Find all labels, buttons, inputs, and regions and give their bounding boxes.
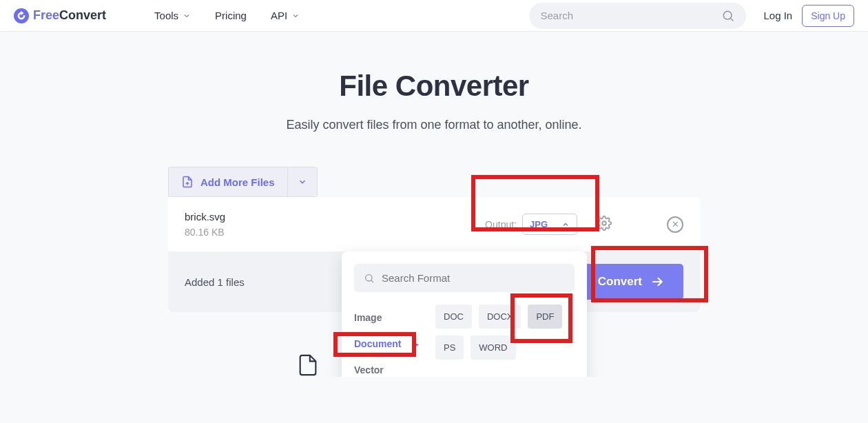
file-name: brick.svg [185,211,482,223]
category-vector[interactable]: Vector [354,357,426,377]
output-select[interactable]: JPG [522,214,577,235]
remove-file-button[interactable]: ✕ [667,216,683,233]
add-more-dropdown[interactable] [287,167,318,197]
search-icon [721,9,735,23]
file-row: brick.svg 80.16 KB Output: JPG ✕ [168,197,700,251]
file-size: 80.16 KB [185,227,482,238]
svg-point-4 [602,221,606,225]
search-input[interactable] [540,10,714,21]
file-icon [296,353,320,377]
page-title: File Converter [0,70,868,103]
chevron-down-icon [291,12,300,20]
signup-button[interactable]: Sign Up [802,5,854,27]
nav-pricing[interactable]: Pricing [215,10,247,21]
svg-point-0 [724,11,732,19]
chevron-down-icon [298,177,307,187]
triangle-right-icon: ▶ [413,340,419,348]
nav-api-label: API [271,10,287,21]
logo[interactable]: FreeConvert [14,8,106,23]
page-subtitle: Easily convert files from one format to … [0,118,868,132]
convert-button[interactable]: Convert [579,264,683,300]
format-word[interactable]: WORD [471,336,515,360]
svg-point-6 [366,274,372,280]
format-pdf[interactable]: PDF [528,305,562,329]
output-value: JPG [530,219,548,229]
search-icon [364,273,375,284]
format-search-input[interactable] [382,272,565,284]
category-document[interactable]: Document▶ [354,331,426,357]
settings-button[interactable] [597,216,612,234]
close-icon: ✕ [667,216,683,233]
chevron-up-icon [561,220,570,229]
add-more-files-button[interactable]: Add More Files [168,167,287,197]
nav-pricing-label: Pricing [215,10,247,21]
convert-label: Convert [598,275,642,289]
format-ps[interactable]: PS [435,336,464,360]
nav-api[interactable]: API [271,10,300,21]
login-link[interactable]: Log In [763,10,792,21]
format-dropdown: Image Document▶ Vector Report DOC DOCX P… [342,251,587,377]
format-search[interactable] [354,264,575,292]
logo-text-convert: Convert [59,8,106,22]
format-doc[interactable]: DOC [435,305,472,329]
svg-line-7 [371,280,373,282]
arrow-right-icon [650,275,664,289]
logo-text-free: Free [33,8,59,22]
file-plus-icon [181,176,194,188]
nav-tools-label: Tools [154,10,178,21]
category-image[interactable]: Image [354,305,426,331]
svg-line-1 [731,18,734,21]
format-docx[interactable]: DOCX [479,305,521,329]
chevron-down-icon [183,12,191,20]
output-label: Output: [485,219,517,230]
header-search[interactable] [529,3,746,29]
nav-tools[interactable]: Tools [154,10,191,21]
add-more-label: Add More Files [200,176,275,188]
gear-icon [597,216,612,231]
logo-icon [14,8,29,23]
